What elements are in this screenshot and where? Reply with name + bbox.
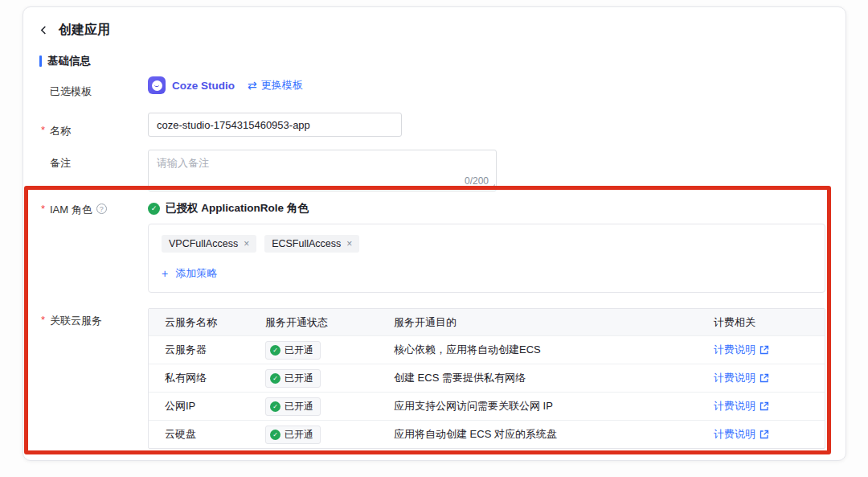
external-link-icon: [760, 401, 769, 411]
billing-link[interactable]: 计费说明: [714, 371, 769, 385]
success-check-icon: ✓: [148, 203, 160, 215]
remove-tag-icon[interactable]: ×: [346, 239, 352, 249]
iam-role-label: * IAM 角色 ?: [41, 203, 145, 217]
remark-textarea[interactable]: [148, 150, 497, 191]
remark-field: 0/200: [148, 150, 497, 191]
table-header-row: 云服务名称 服务开通状态 服务开通目的 计费相关: [149, 309, 825, 335]
table-row: 云硬盘 ✓已开通 应用将自动创建 ECS 对应的系统盘 计费说明: [149, 420, 825, 448]
table-row: 云服务器 ✓已开通 核心依赖，应用将自动创建ECS 计费说明: [149, 335, 825, 364]
create-app-card: 创建应用 基础信息 已选模板 Coze Studio ⇄ 更换模板 * 名称: [23, 6, 846, 461]
table-row: 公网IP ✓已开通 应用支持公网访问需要关联公网 IP 计费说明: [149, 392, 825, 420]
remove-tag-icon[interactable]: ×: [244, 239, 249, 249]
header-service-name: 云服务名称: [149, 315, 265, 330]
billing-link[interactable]: 计费说明: [714, 399, 769, 413]
status-badge: ✓已开通: [265, 341, 321, 360]
page-background: 创建应用 基础信息 已选模板 Coze Studio ⇄ 更换模板 * 名称: [0, 0, 868, 477]
add-policy-label: 添加策略: [175, 266, 217, 281]
status-badge: ✓已开通: [265, 397, 321, 416]
change-template-label: 更换模板: [261, 78, 303, 93]
billing-link[interactable]: 计费说明: [714, 427, 769, 442]
check-icon: ✓: [270, 430, 280, 440]
swap-icon: ⇄: [248, 80, 257, 91]
header-billing: 计费相关: [714, 315, 825, 330]
policy-tag-label: VPCFullAccess: [169, 238, 238, 249]
check-icon: ✓: [270, 345, 280, 356]
plus-icon: +: [162, 268, 168, 279]
change-template-button[interactable]: ⇄ 更换模板: [248, 78, 303, 93]
services-table: 云服务名称 服务开通状态 服务开通目的 计费相关 云服务器 ✓已开通 核心依赖，…: [148, 308, 825, 449]
page-header: 创建应用: [36, 22, 110, 39]
section-basic-info: 基础信息: [39, 54, 91, 68]
page-title: 创建应用: [59, 22, 110, 39]
external-link-icon: [760, 430, 769, 439]
policy-tag: ECSFullAccess ×: [264, 235, 359, 253]
iam-authorized-status: ✓ 已授权 ApplicationRole 角色: [148, 201, 309, 216]
external-link-icon: [760, 373, 769, 383]
service-purpose: 应用支持公网访问需要关联公网 IP: [394, 399, 714, 413]
service-purpose: 应用将自动创建 ECS 对应的系统盘: [394, 427, 714, 442]
policy-tags-box: VPCFullAccess × ECSFullAccess × + 添加策略: [148, 224, 825, 293]
service-name: 云硬盘: [149, 427, 265, 442]
section-accent-bar: [39, 56, 42, 67]
char-counter: 0/200: [465, 175, 489, 187]
selected-template: Coze Studio ⇄ 更换模板: [148, 76, 303, 94]
back-icon[interactable]: [36, 23, 51, 38]
add-policy-button[interactable]: + 添加策略: [162, 266, 217, 281]
header-status: 服务开通状态: [265, 315, 394, 330]
policy-tag-list: VPCFullAccess × ECSFullAccess ×: [162, 235, 812, 253]
policy-tag-label: ECSFullAccess: [272, 238, 341, 249]
status-badge: ✓已开通: [265, 426, 321, 444]
help-icon[interactable]: ?: [96, 204, 107, 214]
policy-tag: VPCFullAccess ×: [162, 235, 256, 253]
iam-status-text: 已授权 ApplicationRole 角色: [166, 201, 309, 216]
name-label: * 名称: [41, 124, 145, 138]
section-title: 基础信息: [47, 54, 91, 68]
check-icon: ✓: [270, 373, 280, 384]
check-icon: ✓: [270, 401, 280, 412]
billing-link[interactable]: 计费说明: [714, 343, 769, 357]
table-row: 私有网络 ✓已开通 创建 ECS 需要提供私有网络 计费说明: [149, 364, 825, 392]
template-name: Coze Studio: [172, 80, 235, 92]
service-name: 云服务器: [149, 343, 265, 357]
coze-studio-logo-icon: [148, 76, 166, 94]
service-purpose: 核心依赖，应用将自动创建ECS: [394, 343, 714, 357]
name-input[interactable]: [148, 113, 402, 137]
header-purpose: 服务开通目的: [394, 315, 714, 330]
service-purpose: 创建 ECS 需要提供私有网络: [394, 371, 714, 385]
service-name: 私有网络: [149, 371, 265, 385]
external-link-icon: [760, 345, 769, 355]
services-label: * 关联云服务: [41, 314, 145, 328]
template-label: 已选模板: [41, 84, 145, 99]
resize-handle[interactable]: [488, 183, 495, 190]
status-badge: ✓已开通: [265, 369, 321, 388]
service-name: 公网IP: [149, 399, 265, 413]
remark-label: 备注: [41, 156, 145, 171]
